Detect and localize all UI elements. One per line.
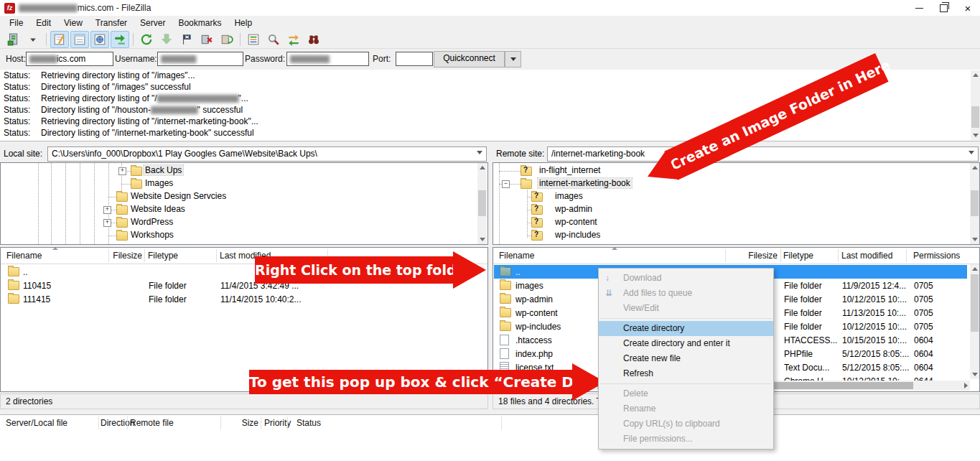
- menu-file[interactable]: File: [3, 17, 29, 29]
- restore-button[interactable]: [931, 0, 956, 16]
- status-line: Status:Directory listing of "/internet-m…: [0, 127, 980, 139]
- reconnect-icon[interactable]: [218, 31, 236, 48]
- chevron-down-icon: [477, 151, 482, 154]
- menu-help[interactable]: Help: [228, 17, 258, 29]
- menu-item-create-new-file[interactable]: Create new file: [599, 351, 773, 366]
- synchronized-browsing-icon[interactable]: [284, 31, 303, 48]
- menu-item-label: Copy URL(s) to clipboard: [623, 419, 720, 429]
- tree-item-wordpress[interactable]: +WordPress: [1, 216, 487, 229]
- toolbar: [0, 30, 980, 49]
- tree-item-images[interactable]: ?images: [493, 190, 979, 203]
- local-path-combobox[interactable]: C:\Users\info_000\Dropbox\1 Play Googles…: [47, 146, 487, 162]
- remote-path-combobox[interactable]: /internet-marketing-book: [547, 146, 979, 162]
- tree-item-images[interactable]: Images: [1, 177, 487, 190]
- blurred-text: █████████████████████: [157, 95, 238, 102]
- tree-item-wp-includes[interactable]: ?wp-includes: [493, 229, 979, 242]
- folder-icon: [8, 294, 19, 304]
- tree-item-website-design-servcies[interactable]: Website Design Servcies: [1, 190, 487, 203]
- header-divider: [144, 249, 145, 262]
- menu-item-create-directory-and-enter-it[interactable]: Create directory and enter it: [599, 336, 773, 351]
- cell-perm: 0604: [914, 335, 933, 345]
- menu-item-create-directory[interactable]: Create directory: [599, 321, 773, 336]
- minimize-button[interactable]: [907, 0, 931, 16]
- column-header-filetype[interactable]: Filetype: [148, 251, 178, 261]
- file-row-111415[interactable]: 111415File folder11/14/2015 10:40:2...: [1, 292, 487, 306]
- close-icon: ×: [965, 3, 971, 14]
- quickconnect-bar: Host: ███████ics.com Username: █████████…: [0, 49, 980, 70]
- expand-icon[interactable]: +: [103, 219, 111, 227]
- column-header-filetype[interactable]: Filetype: [783, 251, 813, 261]
- tree-item-label: Workshops: [129, 230, 175, 240]
- menu-item-refresh[interactable]: Refresh: [599, 366, 773, 381]
- password-input[interactable]: ██████████: [286, 52, 369, 66]
- expand-icon[interactable]: +: [118, 167, 126, 175]
- collapse-icon[interactable]: −: [502, 180, 510, 188]
- site-manager-icon[interactable]: [4, 31, 22, 48]
- column-header-filesize[interactable]: Filesize: [748, 251, 778, 261]
- find-files-icon[interactable]: [304, 31, 323, 48]
- column-header-filename[interactable]: Filename: [499, 251, 534, 261]
- cell-perm: 0604: [914, 349, 933, 359]
- tree-item-in-flight-internet[interactable]: ?in-flight_internet: [493, 164, 979, 177]
- tree-branch-line: [121, 184, 131, 185]
- quickconnect-button[interactable]: Quickconnect: [434, 51, 505, 67]
- transfer-queue-toggle-icon[interactable]: [111, 31, 129, 48]
- menu-edit[interactable]: Edit: [29, 17, 57, 29]
- username-input[interactable]: █████████: [157, 52, 243, 66]
- remote-list-vscrollbar[interactable]: [970, 264, 979, 379]
- column-header-permissions[interactable]: Permissions: [913, 251, 960, 261]
- toolbar-separator: [46, 33, 47, 46]
- chevron-down-icon: [969, 151, 974, 154]
- message-log-toggle-icon[interactable]: [50, 31, 69, 48]
- tree-item-wp-admin[interactable]: ?wp-admin: [493, 203, 979, 216]
- site-manager-dropdown-icon[interactable]: [24, 31, 42, 48]
- menu-view[interactable]: View: [57, 17, 89, 29]
- host-input[interactable]: ███████ics.com: [26, 52, 113, 66]
- menu-item-file-permissions: File permissions...: [599, 432, 773, 447]
- minimize-icon: [915, 8, 923, 9]
- quickconnect-dropdown-button[interactable]: [505, 51, 521, 67]
- disconnect-icon[interactable]: [197, 31, 216, 48]
- remote-tree-scrollbar[interactable]: [970, 163, 979, 244]
- queue-header-status[interactable]: Status: [297, 418, 321, 428]
- directory-comparison-icon[interactable]: [264, 31, 283, 48]
- local-tree-toggle-icon[interactable]: [70, 31, 89, 48]
- cell-type: File folder: [149, 281, 187, 291]
- status-line-text: Directory listing of "/houston-: [41, 105, 151, 115]
- tree-item-wp-content[interactable]: ?wp-content: [493, 216, 979, 229]
- column-header-filename[interactable]: Filename: [6, 251, 42, 261]
- tree-branch-line: [499, 171, 521, 172]
- header-divider: [98, 416, 99, 429]
- remote-tree-toggle-icon[interactable]: [90, 31, 109, 48]
- column-header-last-modified[interactable]: Last modified: [841, 251, 892, 261]
- column-header-filesize[interactable]: Filesize: [113, 251, 142, 261]
- directory-filter-icon[interactable]: [244, 31, 263, 48]
- menu-bookmarks[interactable]: Bookmarks: [172, 17, 228, 29]
- local-tree-scrollbar[interactable]: [477, 163, 487, 244]
- cell-perm: 0705: [914, 294, 933, 304]
- tree-item-workshops[interactable]: Workshops: [1, 229, 487, 242]
- tree-item-back-ups[interactable]: +Back Ups: [1, 164, 487, 177]
- menu-transfer[interactable]: Transfer: [89, 17, 134, 29]
- port-input[interactable]: [396, 52, 433, 66]
- cell-type: File folder: [784, 308, 822, 318]
- log-scrollbar[interactable]: [971, 70, 980, 140]
- tree-item-label: wp-admin: [554, 204, 594, 214]
- cancel-operation-icon[interactable]: [177, 31, 196, 48]
- menu-server[interactable]: Server: [134, 17, 172, 29]
- expand-icon[interactable]: +: [103, 206, 111, 214]
- folder-icon: [500, 294, 511, 304]
- queue-header-size[interactable]: Size: [242, 418, 258, 428]
- cell-type: Text Docu...: [784, 363, 829, 373]
- menu-separator: [600, 383, 772, 384]
- queue-header-remote-file[interactable]: Remote file: [130, 418, 174, 428]
- tree-item-label: in-flight_internet: [538, 165, 602, 175]
- scroll-down-icon: [480, 238, 485, 241]
- cell-modified: 10/15/2015 10:...: [842, 335, 907, 345]
- tree-item-internet-marketing-book[interactable]: −internet-marketing-book: [493, 177, 979, 190]
- folder-icon: [500, 322, 511, 331]
- refresh-icon[interactable]: [137, 31, 156, 48]
- tree-item-website-ideas[interactable]: +Website Ideas: [1, 203, 487, 216]
- queue-header-server-local-file[interactable]: Server/Local file: [6, 418, 67, 428]
- close-button[interactable]: ×: [956, 0, 980, 16]
